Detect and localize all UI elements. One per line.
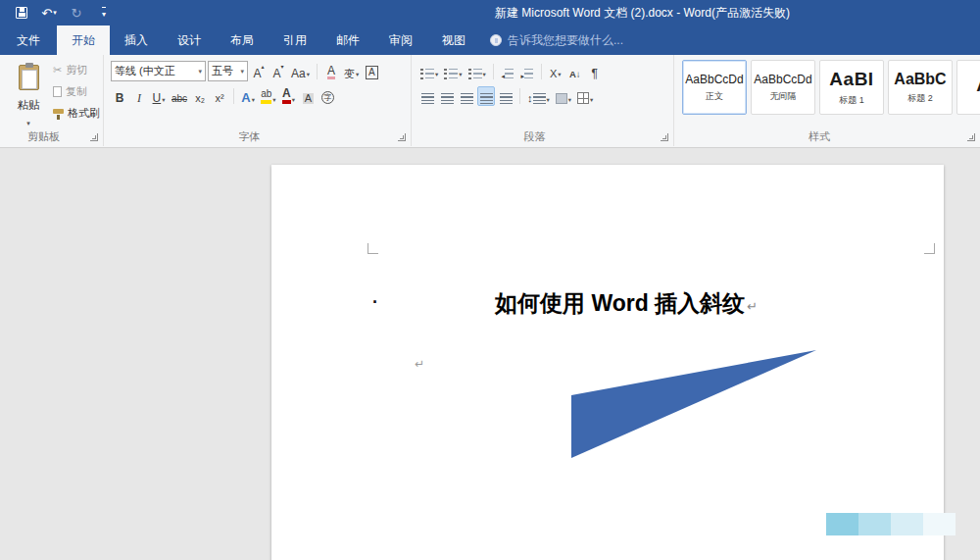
style-name: 无间隔 <box>770 90 797 103</box>
shading-button[interactable]: ▾ <box>554 86 573 106</box>
repeat-button[interactable]: ↻ <box>65 2 88 24</box>
distribute-button[interactable] <box>497 86 514 106</box>
tab-references[interactable]: 引用 <box>269 25 321 55</box>
subscript-button[interactable]: x₂ <box>191 86 209 106</box>
document-title-text[interactable]: 如何使用 Word 插入斜纹 <box>495 288 745 319</box>
multilevel-list-button[interactable]: ▾ <box>466 62 488 81</box>
tab-mailings[interactable]: 邮件 <box>321 25 374 55</box>
chevron-down-icon: ▾ <box>356 72 359 79</box>
superscript-button[interactable]: x² <box>211 86 228 106</box>
brush-icon <box>53 108 64 120</box>
spacing-lines-icon <box>533 93 546 104</box>
pinyin-guide-button[interactable]: 变▾ <box>342 62 361 81</box>
enclose-characters-button[interactable]: 字 <box>319 86 337 106</box>
document-bullet[interactable]: · <box>372 292 378 313</box>
text-highlight-button[interactable]: ab▾ <box>259 86 277 106</box>
show-hide-marks-button[interactable]: ¶ <box>586 62 604 81</box>
strikethrough-glyph: abc <box>172 94 187 104</box>
tab-review[interactable]: 审阅 <box>374 25 427 55</box>
style-heading-2[interactable]: AaBbC 标题 2 <box>888 60 953 115</box>
font-name-select[interactable]: 等线 (中文正▾ <box>111 61 206 81</box>
indent-lines-icon <box>505 69 514 79</box>
document-title[interactable]: 如何使用 Word 插入斜纹 ↵ <box>495 288 758 319</box>
style-heading-1[interactable]: AaBI 标题 1 <box>819 60 884 115</box>
paragraph-row-2: ↕▾ ▾ ▾ <box>418 85 595 107</box>
tell-me-box[interactable]: 告诉我您想要做什么... <box>480 25 633 55</box>
save-button[interactable] <box>10 2 33 24</box>
format-painter-button[interactable]: 格式刷 <box>53 106 100 121</box>
tab-home[interactable]: 开始 <box>57 25 110 55</box>
borders-button[interactable]: ▾ <box>575 86 595 106</box>
styles-dialog-launcher-icon[interactable] <box>967 133 975 141</box>
tab-view[interactable]: 视图 <box>427 25 480 55</box>
divider <box>541 64 542 79</box>
shrink-font-button[interactable]: A▾ <box>270 62 287 81</box>
diagonal-stripe-shape[interactable] <box>571 350 816 458</box>
increase-indent-button[interactable]: ▸ <box>518 62 536 81</box>
character-border-button[interactable]: A <box>363 62 380 81</box>
clipboard-dialog-launcher-icon[interactable] <box>90 133 98 141</box>
font-dialog-launcher-icon[interactable] <box>398 133 406 141</box>
style-name: 正文 <box>706 90 723 103</box>
divider <box>233 88 234 104</box>
divider <box>519 88 520 104</box>
tab-file[interactable]: 文件 <box>0 25 57 55</box>
chevron-down-icon: ▾ <box>238 68 244 76</box>
asian-layout-button[interactable]: X▾ <box>547 62 564 81</box>
font-color-button[interactable]: A▾ <box>280 86 298 106</box>
customize-qat-button[interactable]: ▾ <box>92 2 116 24</box>
align-left-button[interactable] <box>418 86 436 106</box>
decrease-indent-button[interactable]: ◂ <box>499 62 516 81</box>
styles-gallery: AaBbCcDd 正文 AaBbCcDd 无间隔 AaBI 标题 1 AaBbC… <box>682 60 980 119</box>
paste-clipboard-icon <box>19 65 39 90</box>
align-left-icon <box>421 93 434 104</box>
bold-button[interactable]: B <box>111 86 128 106</box>
font-row-2: B I U▾ abc x₂ x² A▾ ab▾ A▾ A 字 <box>111 85 337 107</box>
chevron-down-icon: ▾ <box>26 120 30 127</box>
paragraph-dialog-launcher-icon[interactable] <box>661 133 668 141</box>
styles-group-label: 样式 <box>674 129 964 144</box>
strikethrough-button[interactable]: abc <box>170 86 189 106</box>
grow-font-button[interactable]: A▴ <box>250 62 268 81</box>
style-normal[interactable]: AaBbCcDd 正文 <box>682 60 747 115</box>
clipboard-small-buttons: ✂剪切 复制 格式刷 <box>53 63 100 121</box>
down-arrow-icon: ▾ <box>281 64 284 70</box>
character-shading-button[interactable]: A <box>300 86 318 106</box>
justify-button[interactable] <box>477 86 495 106</box>
bold-glyph: B <box>116 92 124 104</box>
indent-lines-icon <box>524 69 533 79</box>
change-case-glyph: Aa <box>291 68 306 79</box>
tab-design[interactable]: 设计 <box>163 25 216 55</box>
undo-button[interactable]: ↶▾ <box>37 2 61 24</box>
underline-button[interactable]: U▾ <box>150 86 168 106</box>
align-center-button[interactable] <box>438 86 456 106</box>
font-size-select[interactable]: 五号▾ <box>208 61 248 81</box>
style-partial[interactable]: Aa <box>956 60 980 115</box>
style-no-spacing[interactable]: AaBbCcDd 无间隔 <box>751 60 815 115</box>
cut-label: 剪切 <box>66 63 87 77</box>
text-effects-button[interactable]: A▾ <box>239 86 257 106</box>
sort-button[interactable]: A↓ <box>566 62 584 81</box>
margin-corner-mark <box>924 243 935 254</box>
superscript-glyph: x² <box>216 93 224 104</box>
character-shading-glyph: A <box>303 93 314 104</box>
save-icon <box>16 7 27 19</box>
font-color-glyph: A <box>282 88 291 104</box>
align-right-button[interactable] <box>458 86 475 106</box>
font-row-1: 等线 (中文正▾ 五号▾ A▴ A▾ Aa▾ A 变▾ A <box>111 61 380 81</box>
change-case-button[interactable]: Aa▾ <box>289 62 312 81</box>
chevron-down-icon: ▾ <box>568 97 571 105</box>
bullets-button[interactable]: ▾ <box>418 62 440 81</box>
title-bar: ↶▾ ↻ ▾ 新建 Microsoft Word 文档 (2).docx - W… <box>0 0 980 25</box>
paste-button[interactable]: 粘贴 ▾ <box>6 60 51 130</box>
enclose-characters-glyph: 字 <box>321 91 334 104</box>
document-page[interactable]: · 如何使用 Word 插入斜纹 ↵ ↵ <box>271 165 944 560</box>
tab-layout[interactable]: 布局 <box>216 25 269 55</box>
clear-formatting-button[interactable]: A <box>322 62 340 81</box>
italic-button[interactable]: I <box>130 86 148 106</box>
cut-button[interactable]: ✂剪切 <box>53 63 100 77</box>
numbering-button[interactable]: ▾ <box>442 62 464 81</box>
copy-button[interactable]: 复制 <box>53 84 100 99</box>
line-spacing-button[interactable]: ↕▾ <box>525 86 552 106</box>
tab-insert[interactable]: 插入 <box>110 25 163 55</box>
